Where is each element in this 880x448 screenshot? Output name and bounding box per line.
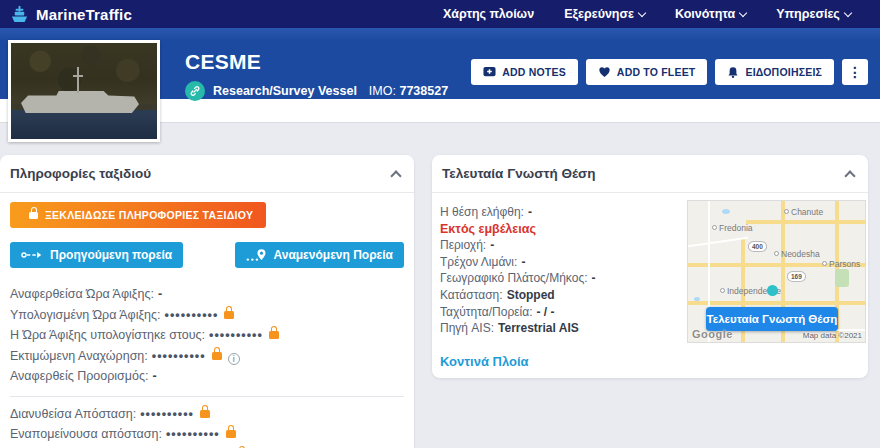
photo-ship-mast-cross	[73, 75, 83, 77]
brand-name: MarineTraffic	[36, 6, 132, 23]
nav-item-label: Υπηρεσίες	[776, 7, 840, 21]
map-town-chanute: Chanute	[784, 207, 823, 217]
expected-route-button[interactable]: Αναμενόμενη Πορεία	[235, 242, 404, 268]
map-town-fredonia: Fredonia	[712, 223, 753, 233]
nav-item-label: Χάρτης πλοίων	[443, 7, 534, 21]
lock-icon	[212, 352, 222, 360]
lock-icon	[226, 430, 236, 438]
vessel-subtitle: Research/Survey Vessel IMO: 7738527	[185, 81, 448, 101]
info-icon[interactable]	[228, 353, 240, 365]
vessel-photo[interactable]	[8, 40, 160, 142]
nav-item-ship-map[interactable]: Χάρτης πλοίων	[443, 7, 534, 21]
lock-icon	[224, 311, 234, 319]
nav-item-services[interactable]: Υπηρεσίες	[776, 7, 851, 21]
row-value: -	[158, 287, 162, 301]
map-route-shield-169: 169	[787, 271, 806, 282]
masked-value: ••••••••••	[166, 427, 220, 441]
row-label: Εναπομείνουσα απόσταση:	[10, 427, 162, 441]
heart-icon	[598, 66, 611, 78]
collapse-chevron-up-icon[interactable]	[844, 170, 855, 181]
mini-map[interactable]: Chanute Fredonia Neodesha Parsons Indepe…	[687, 200, 866, 343]
row-value: -	[592, 271, 596, 285]
bell-icon	[727, 66, 739, 79]
map-route-shield-400: 400	[748, 241, 767, 252]
add-to-fleet-label: ADD TO FLEET	[617, 66, 696, 78]
row-label: Ταχύτητα/Πορεία:	[440, 305, 533, 319]
link-icon	[189, 85, 201, 97]
past-track-label: Προηγούμενη πορεία	[50, 248, 172, 262]
map-water	[722, 209, 730, 214]
row-value: Stopped	[507, 288, 555, 302]
past-track-button[interactable]: Προηγούμενη πορεία	[10, 242, 183, 268]
chevron-down-icon	[739, 8, 747, 16]
map-water	[694, 297, 700, 301]
row-label: Τρέχον Λιμάνι:	[440, 255, 517, 269]
trip-info-title: Πληροφορίες ταξιδιού	[10, 166, 151, 181]
nav-item-label: Κοινότητα	[675, 7, 735, 21]
collapse-chevron-up-icon[interactable]	[390, 170, 401, 181]
row-label: Αναφερθείσα Ώρα Άφιξης:	[10, 287, 154, 301]
nav-item-explore[interactable]: Εξερεύνησε	[564, 7, 645, 21]
chevron-down-icon	[844, 8, 852, 16]
row-value: -	[490, 238, 494, 252]
map-town-neodesha: Neodesha	[774, 249, 820, 259]
masked-value: ••••••••••	[152, 349, 206, 363]
unlock-trip-info-button[interactable]: ΞΕΚΛΕΙΔΩΣΕ ΠΛΗΡΟΦΟΡΙΕΣ ΤΑΞΙΔΙΟΥ	[10, 202, 266, 228]
masked-value: ••••••••••	[165, 308, 219, 322]
row-label: Κατάσταση:	[440, 288, 503, 302]
row-label: Πηγή AIS:	[440, 321, 494, 335]
rows-divider	[10, 396, 404, 397]
nav-item-community[interactable]: Κοινότητα	[675, 7, 746, 21]
row-value: -	[152, 369, 156, 383]
trip-info-card: Πληροφορίες ταξιδιού ΞΕΚΛΕΙΔΩΣΕ ΠΛΗΡΟΦΟΡ…	[0, 155, 414, 448]
last-position-header: Τελευταία Γνωστή Θέση	[432, 155, 868, 193]
photo-water	[11, 110, 157, 139]
row-label: Διανυθείσα Απόσταση:	[10, 407, 136, 421]
trip-row-distance-travelled: Διανυθείσα Απόσταση:••••••••••	[10, 404, 404, 425]
imo-label: IMO:	[369, 84, 396, 98]
notifications-button[interactable]: ΕΙΔΟΠΟΙΗΣΕΙΣ	[715, 59, 834, 85]
last-position-card: Τελευταία Γνωστή Θέση Η θέση ελήφθη:- Εκ…	[432, 155, 868, 378]
row-label: Περιοχή:	[440, 238, 486, 252]
more-options-button[interactable]: ⋮	[842, 59, 868, 85]
map-road	[688, 301, 866, 305]
lock-icon	[200, 410, 210, 418]
top-navbar: MarineTraffic Χάρτης πλοίων Εξερεύνησε Κ…	[0, 0, 880, 28]
add-to-fleet-button[interactable]: ADD TO FLEET	[586, 59, 708, 85]
chevron-down-icon	[638, 8, 646, 16]
trip-row-total-voyage-distance: Συνολική Απόσταση Ταξιδιού:••••••••••	[10, 445, 404, 448]
trip-info-header: Πληροφορίες ταξιδιού	[0, 155, 414, 193]
note-plus-icon	[483, 66, 496, 78]
photo-ship-mast	[77, 67, 79, 93]
map-attribution: Map data ©2021	[803, 331, 862, 340]
ship-logo-icon	[10, 5, 29, 24]
nav-item-label: Εξερεύνησε	[564, 7, 634, 21]
masked-value: ••••••••••	[209, 328, 263, 342]
lock-icon	[269, 331, 279, 339]
row-label: Αναφερθείς Προορισμός:	[10, 369, 148, 383]
vessel-imo: IMO: 7738527	[369, 84, 448, 98]
trip-row-reported-eta: Αναφερθείσα Ώρα Άφιξης:-	[10, 284, 404, 305]
trip-row-reported-destination: Αναφερθείς Προορισμός:-	[10, 366, 404, 387]
row-label: Εκτιμώμενη Αναχώρηση:	[10, 349, 148, 363]
lock-icon	[29, 212, 38, 219]
notifications-label: ΕΙΔΟΠΟΙΗΣΕΙΣ	[745, 66, 822, 78]
expected-route-label: Αναμενόμενη Πορεία	[273, 248, 393, 262]
map-road-minor	[688, 237, 748, 247]
map-road	[746, 220, 866, 224]
row-value: Terrestrial AIS	[498, 321, 579, 335]
vessel-type: Research/Survey Vessel	[213, 84, 357, 98]
vessel-name: CESME	[185, 50, 261, 74]
marinetraffic-logo[interactable]: MarineTraffic	[10, 5, 132, 24]
google-logo[interactable]: Google	[692, 328, 733, 340]
expected-route-icon	[246, 249, 266, 262]
nav-menu: Χάρτης πλοίων Εξερεύνησε Κοινότητα Υπηρε…	[443, 0, 851, 28]
trip-info-body: ΞΕΚΛΕΙΔΩΣΕ ΠΛΗΡΟΦΟΡΙΕΣ ΤΑΞΙΔΙΟΥ Προηγούμ…	[0, 202, 414, 448]
vessel-type-badge	[185, 81, 205, 101]
row-label: Η θέση ελήφθη:	[440, 205, 524, 219]
nearby-vessels-link[interactable]: Κοντινά Πλοία	[440, 354, 529, 369]
row-label: Υπολογισμένη Ώρα Άφιξης:	[10, 308, 161, 322]
past-track-icon	[21, 250, 43, 260]
add-notes-button[interactable]: ADD NOTES	[471, 59, 578, 85]
row-value: -	[521, 255, 525, 269]
